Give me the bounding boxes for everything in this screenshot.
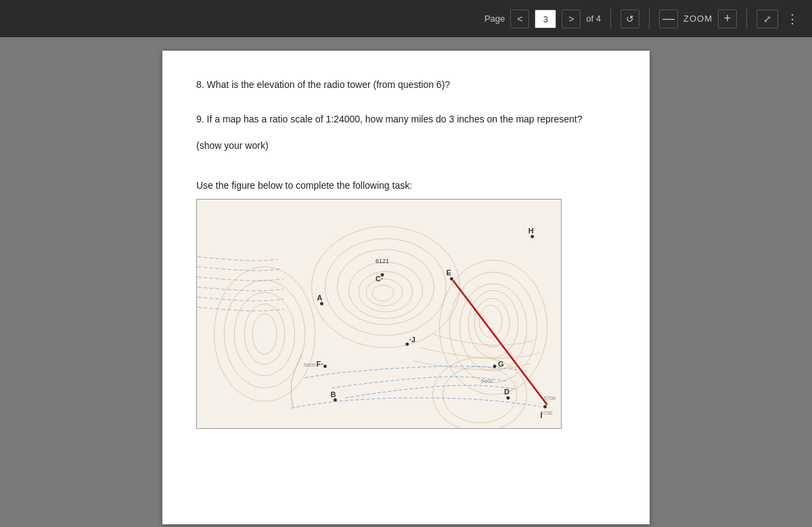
divider-3 <box>746 9 747 29</box>
svg-point-28 <box>320 302 323 306</box>
divider-1 <box>610 9 611 29</box>
zoom-out-button[interactable]: — <box>659 9 678 28</box>
question-9-text-line2: (show your work) <box>196 139 616 153</box>
page-label: Page <box>484 14 505 24</box>
page-count: of 4 <box>586 14 601 24</box>
svg-point-36 <box>323 365 327 368</box>
svg-point-42 <box>506 396 510 400</box>
more-options-button[interactable]: ⋮ <box>786 12 798 26</box>
svg-text:6121: 6121 <box>376 258 389 265</box>
svg-text:F·: F· <box>317 360 323 368</box>
map-container: 5800 5600 5700 6121 <box>196 199 562 429</box>
divider-2 <box>649 9 650 29</box>
svg-text:·J: ·J <box>409 336 415 344</box>
svg-text:C·: C· <box>376 275 383 283</box>
svg-text:E: E <box>446 269 451 277</box>
question-9-block: 9. If a map has a ratio scale of 1:24000… <box>196 112 616 153</box>
page: 8. What is the elevation of the radio to… <box>162 51 650 524</box>
question-8-text: 8. What is the elevation of the radio to… <box>196 78 616 92</box>
svg-text:5600: 5600 <box>481 378 493 384</box>
zoom-label: ZOOM <box>683 14 713 24</box>
question-9-text-line1: 9. If a map has a ratio scale of 1:24000… <box>196 112 616 127</box>
zoom-in-button[interactable]: + <box>718 9 737 28</box>
svg-text:B: B <box>330 390 336 398</box>
prev-page-button[interactable]: < <box>510 9 529 28</box>
svg-point-32 <box>531 235 534 238</box>
refresh-button[interactable]: ↺ <box>621 9 639 28</box>
svg-text:D: D <box>504 388 510 396</box>
next-page-button[interactable]: > <box>562 9 581 28</box>
svg-point-40 <box>334 398 337 402</box>
figure-label: Use the figure below to complete the fol… <box>196 180 616 191</box>
svg-point-38 <box>493 365 497 368</box>
toolbar: Page < 3 > of 4 ↺ — ZOOM + ⤢ ⋮ <box>0 0 812 37</box>
svg-point-44 <box>543 405 547 409</box>
svg-text:A: A <box>317 294 323 302</box>
svg-text:5800: 5800 <box>304 362 316 368</box>
fullscreen-button[interactable]: ⤢ <box>757 9 778 28</box>
svg-point-30 <box>450 277 453 281</box>
question-8-block: 8. What is the elevation of the radio to… <box>196 78 616 92</box>
svg-point-34 <box>405 342 409 346</box>
content-area: 8. What is the elevation of the radio to… <box>0 37 812 527</box>
svg-text:H: H <box>528 227 534 235</box>
topo-map-svg: 5800 5600 5700 6121 <box>197 200 561 428</box>
svg-text:I: I <box>541 411 543 419</box>
svg-text:G: G <box>498 360 504 368</box>
svg-text:5700: 5700 <box>544 395 556 401</box>
page-number-input[interactable]: 3 <box>535 9 556 28</box>
figure-section: Use the figure below to complete the fol… <box>196 180 616 429</box>
